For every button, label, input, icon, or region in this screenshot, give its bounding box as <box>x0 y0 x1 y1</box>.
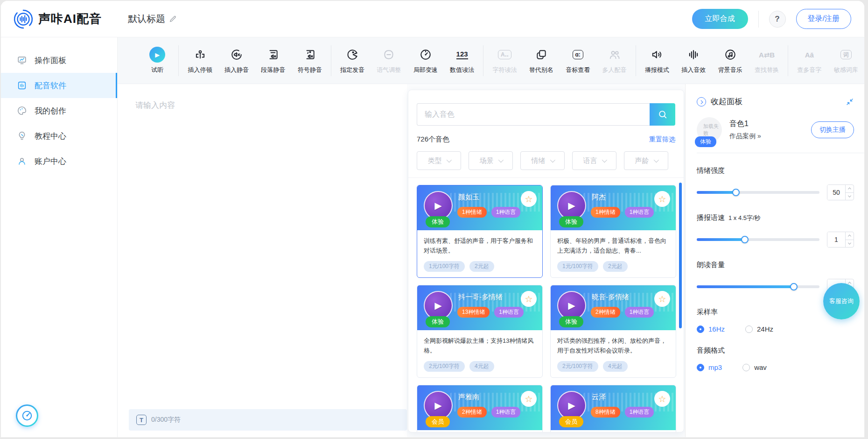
toolbar-item-insert-silence[interactable]: 插入静音 <box>218 47 255 74</box>
dubbing-icon <box>17 80 27 91</box>
sidebar-item-label: 操作面板 <box>35 55 66 66</box>
favorite-star-button[interactable]: ☆ <box>521 291 537 307</box>
sidebar-item-dashboard[interactable]: 操作面板 <box>1 48 117 73</box>
compress-panel-icon[interactable] <box>846 98 854 106</box>
decrement-button[interactable] <box>846 240 854 248</box>
toolbar-item-paragraph-silence[interactable]: 段落静音 <box>255 47 291 74</box>
sample-rate-16hz-radio[interactable]: 16Hz <box>697 325 725 333</box>
voice-search <box>417 103 675 126</box>
script-input[interactable] <box>118 84 407 404</box>
emotion-intensity-slider[interactable] <box>697 191 819 194</box>
tone-face-icon <box>383 47 395 63</box>
sidebar-item-account-center[interactable]: 账户中心 <box>1 149 117 174</box>
gauge-icon <box>420 47 432 63</box>
toolbar-item-multi-voice[interactable]: 多人配音 <box>596 47 632 74</box>
filter-language[interactable]: 语言 <box>572 151 616 170</box>
slider-thumb[interactable] <box>732 189 740 196</box>
voice-avatar-play-icon[interactable]: ▶ <box>424 391 453 420</box>
toolbar-item-insert-sfx[interactable]: 插入音效 <box>675 47 712 74</box>
voice-list-scrollbar[interactable] <box>679 183 682 328</box>
emotion-badge: 2种情绪 <box>457 407 487 418</box>
toolbar-item-listen[interactable]: ▶ 试听 <box>139 47 175 74</box>
sidebar-item-tutorial-center[interactable]: 教程中心 <box>1 123 117 149</box>
synthesize-button[interactable]: 立即合成 <box>692 9 748 29</box>
favorite-star-button[interactable]: ☆ <box>654 291 670 307</box>
voice-card[interactable]: ▶ 晓音-多情绪 2种情绪 1种语言 体验 ☆ 对话类的强烈推荐，休闲、 <box>550 285 676 378</box>
toolbar-item-insert-pause[interactable]: 插入停顿 <box>182 47 218 74</box>
edit-title-icon[interactable] <box>169 15 177 23</box>
document-title-text: 默认标题 <box>128 13 165 25</box>
toolbar-item-sensitive-words[interactable]: 词 敏感词库 <box>828 47 864 74</box>
emotion-intensity-value[interactable] <box>827 185 845 200</box>
sidebar-item-label: 我的创作 <box>35 106 66 116</box>
toolbar-item-polyphone-check[interactable]: Aā 查多音字 <box>791 47 827 74</box>
char-read-icon: A‥ <box>498 47 511 63</box>
voice-card[interactable]: ▶ 云泽 8种情绪 1种语言 会员 ☆ <box>550 385 676 432</box>
customer-support-button[interactable]: 客服咨询 <box>823 283 860 319</box>
toolbar-item-alias[interactable]: 替代别名 <box>523 47 560 74</box>
favorite-star-button[interactable]: ☆ <box>521 391 537 407</box>
help-button[interactable]: ? <box>769 11 786 28</box>
toolbar-item-background-music[interactable]: 背景音乐 <box>712 47 748 74</box>
voice-avatar-play-icon[interactable]: ▶ <box>424 291 453 320</box>
toolbar-item-tone-adjust[interactable]: 语气调整 <box>371 47 407 74</box>
toolbar-item-specify-pronunciation[interactable]: 指定发音 <box>334 47 371 74</box>
sidebar-item-my-creations[interactable]: 我的创作 <box>1 98 117 123</box>
voice-card[interactable]: ▶ 阿杰 1种情绪 1种语言 体验 ☆ 积极、年轻的男声，普通话标准，音 <box>550 185 676 278</box>
filter-emotion[interactable]: 情绪 <box>520 151 565 170</box>
voice-search-button[interactable] <box>650 103 675 126</box>
slider-thumb[interactable] <box>741 236 749 243</box>
increment-button[interactable] <box>846 232 854 240</box>
reading-volume-slider[interactable] <box>697 285 819 288</box>
voice-avatar-play-icon[interactable]: ▶ <box>424 191 453 220</box>
voice-card[interactable]: ▶ 颜如玉 1种情绪 1种语言 体验 ☆ 训练有素、舒适的声音，用于客户 <box>417 185 543 278</box>
voice-avatar-play-icon[interactable]: ▶ <box>557 291 586 320</box>
phonetic-icon: ɑ: <box>573 47 583 63</box>
assistant-widget[interactable] <box>16 404 38 427</box>
tier-badge: 会员 <box>559 416 583 427</box>
app-window: 声咔AI配音 默认标题 立即合成 ? 登录/注册 <box>1 1 864 437</box>
toolbar-item-phonetic-view[interactable]: ɑ: 音标查看 <box>560 47 596 74</box>
polyphone-icon: Aā <box>805 47 814 63</box>
voice-avatar-play-icon[interactable]: ▶ <box>557 391 586 420</box>
filter-scene[interactable]: 场景 <box>469 151 513 170</box>
sample-rate-24hz-radio[interactable]: 24Hz <box>745 325 773 333</box>
voice-avatar-play-icon[interactable]: ▶ <box>557 191 586 220</box>
alias-icon <box>535 47 547 63</box>
language-badge: 1种语言 <box>625 207 654 218</box>
char-counter: 0/300字符 <box>151 416 181 424</box>
login-register-button[interactable]: 登录/注册 <box>796 9 851 29</box>
filter-type[interactable]: 类型 <box>417 151 461 170</box>
slider-thumb[interactable] <box>790 283 798 290</box>
toolbar-item-broadcast-mode[interactable]: 播报模式 <box>639 47 675 74</box>
increment-button[interactable] <box>846 185 854 192</box>
audio-format-mp3-radio[interactable]: mp3 <box>697 363 722 371</box>
audio-format-section: 音频格式 mp3 wav <box>697 346 854 371</box>
filter-voice-age[interactable]: 声龄 <box>624 151 668 170</box>
emotion-badge: 1种情绪 <box>591 207 620 218</box>
decrement-button[interactable] <box>846 192 854 200</box>
favorite-star-button[interactable]: ☆ <box>521 191 537 207</box>
works-example-link[interactable]: 作品案例 » <box>729 132 761 141</box>
collapse-panel-icon[interactable] <box>697 97 706 106</box>
voice-search-input[interactable] <box>417 103 650 126</box>
speech-speed-slider[interactable] <box>697 238 819 241</box>
audio-format-wav-radio[interactable]: wav <box>742 363 767 371</box>
voice-card[interactable]: ▶ 声雅南 2种情绪 1种语言 会员 ☆ <box>417 385 543 432</box>
toolbar-item-find-replace[interactable]: A⇄B 查找替换 <box>749 47 785 74</box>
toolbar-item-symbol-silence[interactable]: 符号静音 <box>291 47 328 74</box>
voice-card[interactable]: ▶ 抖一哥-多情绪 13种情绪 1种语言 体验 ☆ 全网影视解说爆款主播 <box>417 285 543 378</box>
toolbar-item-character-reading[interactable]: A‥ 字符读法 <box>486 47 523 74</box>
audio-format-label: 音频格式 <box>697 346 725 355</box>
tier-badge: 体验 <box>559 316 583 327</box>
collapse-panel-label[interactable]: 收起面板 <box>711 96 742 107</box>
toolbar-item-local-speed[interactable]: 局部变速 <box>407 47 444 74</box>
favorite-star-button[interactable]: ☆ <box>654 391 670 407</box>
switch-voice-button[interactable]: 切换主播 <box>811 121 854 138</box>
toolbar-item-number-reading[interactable]: 123 数值读法 <box>444 47 480 74</box>
sidebar-item-dubbing-software[interactable]: 配音软件 <box>1 73 117 98</box>
reset-filters-link[interactable]: 重置筛选 <box>649 135 675 144</box>
chevron-down-icon <box>653 157 658 163</box>
speech-speed-value[interactable] <box>827 232 845 247</box>
favorite-star-button[interactable]: ☆ <box>654 191 670 207</box>
